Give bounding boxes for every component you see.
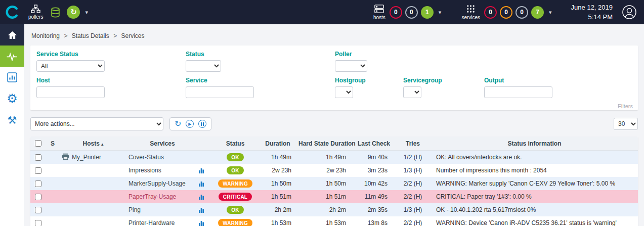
service-link[interactable]: MarkerSupply-Usage [128,180,186,187]
graph-icon[interactable] [198,207,213,213]
graph-icon[interactable] [198,220,213,226]
poller-chevron-down-icon[interactable]: ▾ [85,9,88,16]
row-checkbox[interactable] [35,167,41,174]
sidebar: ⚙ ⚒ [0,24,24,226]
row-checkbox[interactable] [35,154,41,161]
services-warning-badge[interactable]: 0 [500,6,512,19]
main-content: Monitoring > Status Details > Services S… [24,24,644,226]
platform-status-icon[interactable]: ↻ [67,6,80,19]
header-status-information[interactable]: Status information [431,140,638,147]
service-input[interactable] [186,86,254,98]
services-critical-badge[interactable]: 0 [484,6,497,19]
graph-icon[interactable] [198,167,213,173]
services-menu[interactable]: services [461,4,480,20]
row-checkbox[interactable] [35,180,41,187]
service-status-label: Service Status [36,51,186,58]
header-tries[interactable]: Tries [395,140,431,147]
chart-icon [7,72,17,82]
status-select[interactable] [186,60,221,72]
hosts-menu[interactable]: hosts [373,4,385,20]
last-check-cell: 10m 42s [353,180,395,187]
filters-panel-label: Filters [618,103,633,109]
pause-icon[interactable] [198,120,206,128]
host-input[interactable] [36,86,105,98]
service-link[interactable]: Cover-Status [128,154,164,161]
services-ok-badge[interactable]: 7 [531,6,544,19]
hosts-down-badge[interactable]: 0 [390,6,402,19]
duration-cell: 1h 51m [257,193,298,200]
last-check-cell: 11m 49s [353,193,395,200]
hosts-chevron-down-icon[interactable]: ▾ [439,9,442,16]
row-checkbox[interactable] [35,194,41,200]
sidebar-item-monitoring[interactable] [0,46,24,67]
services-unknown-badge[interactable]: 0 [516,6,528,19]
service-link[interactable]: Printer-Hardware [128,219,175,226]
centreon-logo[interactable] [0,0,24,24]
header-last-check[interactable]: Last Check [353,140,395,147]
sidebar-item-administration[interactable]: ⚒ [0,109,24,130]
filters-panel: Service Status All Status Poller Host [30,46,638,110]
sidebar-item-reporting[interactable] [0,67,24,88]
service-link[interactable]: Ping [128,206,141,213]
status-information-cell: WARNING: Device 'Canon iR-ADV C5235 36.2… [431,219,638,226]
printer-icon [62,153,69,161]
row-checkbox[interactable] [35,207,41,213]
status-badge: WARNING [218,179,252,188]
graph-icon[interactable] [198,180,213,187]
header-services[interactable]: Services [126,140,198,147]
service-status-select[interactable]: All [36,60,105,72]
service-link[interactable]: Impressions [128,167,161,174]
header-s[interactable]: S [46,140,60,147]
database-icon[interactable] [50,7,61,18]
more-actions-select[interactable]: More actions... [30,117,163,130]
services-chevron-down-icon[interactable]: ▾ [549,9,552,16]
service-link[interactable]: PaperTray-Usage [128,193,176,200]
breadcrumb-monitoring[interactable]: Monitoring [31,32,60,39]
select-all-checkbox[interactable] [35,140,41,147]
host-link[interactable]: My_Printer [72,154,101,161]
status-badge: OK [227,166,243,174]
poller-select[interactable] [335,60,367,72]
services-icon [466,4,476,14]
poller-label: Poller [335,51,367,58]
hostgroup-select[interactable] [335,86,353,98]
tools-icon: ⚒ [8,115,17,125]
header-hosts-label: Hosts [83,140,100,147]
topbar: pollers ↻ ▾ hosts 0 0 1 ▾ [0,0,644,24]
page-size-select[interactable]: 30 [614,118,638,130]
hosts-status-group: hosts 0 0 1 ▾ [372,4,443,20]
table-row: Ping OK 2h 2m 2h 2m 2m 35s 1/3 (H) OK - … [30,203,638,216]
hosts-unreachable-badge[interactable]: 0 [405,6,418,19]
header-hard-state-duration[interactable]: Hard State Duration [298,140,353,147]
refresh-icon[interactable]: ↻ [175,120,181,128]
user-profile-button[interactable] [622,5,637,20]
hosts-label: hosts [373,15,385,20]
status-label: Status [186,51,335,58]
table-row: Printer-Hardware WARNING 1h 53m 1h 53m 1… [30,216,638,226]
tries-cell: 1/3 (H) [395,206,431,213]
servicegroup-select[interactable] [403,86,421,98]
header-status[interactable]: Status [213,140,257,147]
status-information-cell: OK - 10.40.1.202 rta 5,617mslost 0% [431,206,638,213]
hard-state-duration-cell: 1h 53m [298,219,353,226]
table-row: My_Printer Cover-Status OK 1h 49m 1h 49m… [30,151,638,164]
tries-cell: 1/2 (H) [395,154,431,161]
play-icon[interactable]: ▶ [186,120,194,128]
hosts-up-badge[interactable]: 1 [421,6,434,19]
last-check-cell: 3m 23s [353,167,395,174]
services-table: S Hosts▴ Services Status Duration Hard S… [30,137,638,226]
header-hosts[interactable]: Hosts▴ [60,140,126,147]
tries-cell: 2/2 (H) [395,180,431,187]
sidebar-item-home[interactable] [0,24,24,46]
header-duration[interactable]: Duration [257,140,298,147]
sidebar-item-configuration[interactable]: ⚙ [0,88,24,109]
table-row: MarkerSupply-Usage WARNING 1h 50m 1h 50m… [30,177,638,190]
status-information-cell: Number of impressions this month : 2054 [431,167,638,174]
pollers-menu[interactable]: pollers [28,5,43,20]
graph-icon[interactable] [198,194,213,200]
breadcrumb-status-details[interactable]: Status Details [72,32,109,39]
row-checkbox[interactable] [35,220,41,226]
heartbeat-icon [6,52,18,61]
output-input[interactable] [484,86,552,98]
hard-state-duration-cell: 2w 23h [298,167,353,174]
